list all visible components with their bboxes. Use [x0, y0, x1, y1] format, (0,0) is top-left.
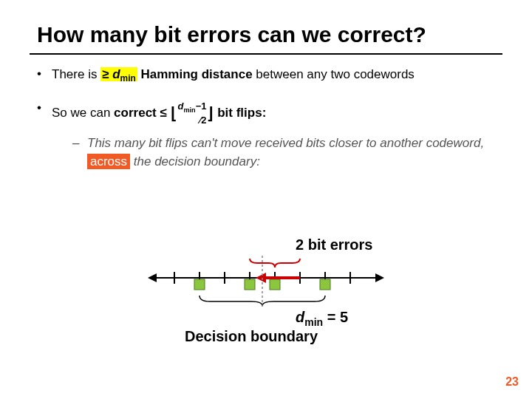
- frac-den-val: 2: [201, 115, 206, 126]
- b1-dmin: dmin: [112, 67, 136, 81]
- slide-title: How many bit errors can we correct?: [0, 0, 532, 53]
- sub-bullet-text: This many bit flips can't move received …: [87, 134, 495, 171]
- b1-d: d: [112, 67, 120, 81]
- b2-bold: correct ≤ ⌊dmin−1∕2⌋ bit flips:: [114, 106, 266, 120]
- label-2-bit-errors: 2 bit errors: [296, 236, 372, 253]
- bullet-1-text: There is ≥ dmin Hamming distance between…: [52, 65, 415, 86]
- svg-rect-9: [194, 279, 205, 290]
- b1-hamming: Hamming distance: [137, 67, 253, 81]
- sub-highlight: across: [87, 154, 130, 169]
- bullet-2-text: So we can correct ≤ ⌊dmin−1∕2⌋ bit flips…: [52, 99, 495, 171]
- diagram: 2 bit errors dmin = 5: [0, 236, 532, 307]
- page-number: 23: [505, 375, 519, 389]
- sub-tail: the decision boundary:: [130, 154, 260, 168]
- b1-gte: ≥: [102, 67, 112, 81]
- b2-fraction: dmin−1∕2: [178, 99, 207, 128]
- dash-icon: –: [72, 134, 87, 153]
- svg-rect-10: [245, 279, 255, 290]
- label-dmin: dmin = 5: [296, 309, 348, 328]
- frac-sub: min: [183, 106, 195, 114]
- b2-correct: correct ≤: [114, 106, 170, 120]
- floor-left-icon: ⌊: [171, 104, 177, 123]
- sub-bullet: – This many bit flips can't move receive…: [72, 134, 495, 171]
- dmin-d: d: [296, 309, 304, 325]
- svg-rect-11: [270, 279, 280, 290]
- bullet-1: • There is ≥ dmin Hamming distance betwe…: [37, 65, 495, 86]
- b1-highlight: ≥ dmin: [100, 67, 137, 81]
- dmin-sub: min: [304, 316, 323, 328]
- frac-tail: −1: [196, 100, 207, 112]
- b1-prefix: There is: [52, 67, 100, 81]
- dmin-eq: = 5: [323, 309, 348, 325]
- svg-rect-12: [320, 279, 330, 290]
- b1-rest: between any two codewords: [253, 67, 415, 81]
- sub-prefix: This many bit flips can't move received …: [87, 136, 484, 150]
- content-area: • There is ≥ dmin Hamming distance betwe…: [0, 55, 532, 171]
- bullet-dot-icon: •: [37, 99, 52, 115]
- number-line-svg: [148, 256, 384, 307]
- b2-tail: bit flips:: [214, 106, 266, 120]
- bullet-2: • So we can correct ≤ ⌊dmin−1∕2⌋ bit fli…: [37, 99, 495, 171]
- b2-prefix: So we can: [52, 106, 114, 120]
- frac-den: ∕2: [178, 113, 207, 128]
- b1-sub: min: [120, 73, 136, 83]
- bullet-dot-icon: •: [37, 65, 52, 81]
- label-decision-boundary: Decision boundary: [185, 328, 318, 345]
